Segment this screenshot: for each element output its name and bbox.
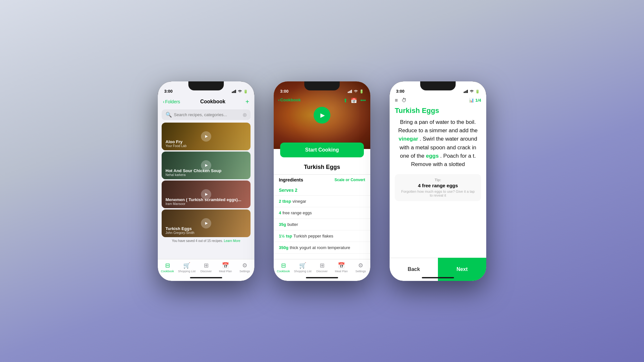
tab-cookbook-2[interactable]: ⊟ Cookbook	[274, 262, 293, 273]
cooking-step-text: Bring a pan of water to the boil. Reduce…	[390, 118, 486, 169]
tooltip-label: Tip:	[399, 178, 477, 182]
svg-rect-4	[348, 92, 349, 93]
highlight-eggs[interactable]: eggs	[426, 153, 439, 159]
hero-play-button[interactable]	[314, 107, 330, 124]
tab-settings[interactable]: ⚙ Settings	[235, 262, 254, 273]
share-button[interactable]: ⬆	[343, 97, 347, 104]
tooltip-tip: Forgotten how much eggs to use? Give it …	[399, 190, 477, 197]
cookbook-tab-icon: ⊟	[165, 262, 170, 269]
svg-rect-5	[349, 91, 350, 93]
signal-icon	[232, 90, 236, 93]
nav-bar-1: ‹ Folders Cookbook +	[158, 96, 254, 108]
tab-settings-2[interactable]: ⚙ Settings	[351, 262, 370, 273]
home-indicator-1	[190, 277, 222, 278]
shopping-tab-icon-2: 🛒	[299, 262, 306, 269]
shopping-tab-icon: 🛒	[183, 262, 190, 269]
mealplan-tab-icon: 📅	[222, 262, 229, 269]
home-indicator-2	[306, 277, 338, 278]
phone-recipe-detail: 3:00 🔋 ‹ Cookbook ⬆ 📅 •••	[274, 81, 370, 281]
recipe-card-turkish[interactable]: Turkish Eggs John Gregory-Smith	[162, 209, 251, 237]
waveform-icon: 📊	[469, 98, 474, 103]
notch-3	[420, 81, 456, 90]
signal-icon-2	[348, 90, 352, 93]
recipe-title-turkish: Turkish Eggs	[166, 226, 194, 231]
cookbook-tab-label: Cookbook	[161, 270, 174, 273]
tab-shopping-list-2[interactable]: 🛒 Shopping List	[293, 262, 312, 273]
home-indicator-3	[422, 277, 454, 278]
tab-meal-plan-2[interactable]: 📅 Meal Plan	[332, 262, 351, 273]
ingredients-toggle-icon[interactable]: ≡	[395, 97, 398, 103]
svg-rect-3	[235, 90, 236, 93]
notch	[188, 81, 224, 90]
play-button-aloo[interactable]	[201, 131, 211, 142]
signal-icon-3	[464, 90, 468, 93]
svg-rect-2	[234, 90, 235, 93]
learn-more-link[interactable]: Learn More	[224, 239, 240, 243]
time-2: 3:00	[280, 89, 289, 94]
cooking-topbar: ≡ ⏱ 📊 1/4	[390, 96, 486, 105]
play-button-turkish[interactable]	[201, 218, 211, 228]
hero-back-button[interactable]: ‹ Cookbook	[278, 97, 301, 102]
notch-2	[304, 81, 340, 90]
settings-tab-icon: ⚙	[242, 262, 247, 269]
discover-tab-label: Discover	[200, 270, 212, 273]
hero-actions: ⬆ 📅 •••	[343, 97, 366, 104]
battery-icon: 🔋	[243, 89, 248, 94]
ingredients-header: Ingredients Scale or Convert	[274, 174, 370, 185]
tooltip-ingredient: 4 free range eggs	[399, 183, 477, 188]
recipe-info-chicken: Hot And Sour Chicken Soup Nehal karkera	[166, 168, 222, 177]
svg-rect-9	[465, 91, 466, 93]
time-3: 3:00	[396, 89, 404, 94]
chevron-left-icon: ‹	[163, 99, 165, 104]
time-1: 3:00	[164, 89, 173, 94]
scale-convert-link[interactable]: Scale or Convert	[335, 178, 365, 182]
ingredient-butter: 35gbutter	[274, 219, 370, 230]
tab-discover-2[interactable]: ⊞ Discover	[312, 262, 332, 273]
recipe-author-menemen: Iram Mansoor	[166, 202, 241, 206]
settings-tab-label: Settings	[240, 270, 250, 273]
more-button[interactable]: •••	[360, 97, 366, 104]
svg-rect-7	[351, 90, 352, 93]
tooltip-card[interactable]: Tip: 4 free range eggs Forgotten how muc…	[395, 174, 481, 201]
recipe-info-aloo: Aloo Fry Your Food Lab	[166, 139, 186, 148]
tab-discover[interactable]: ⊞ Discover	[196, 262, 216, 273]
svg-rect-10	[466, 90, 467, 93]
timer-icon[interactable]: ⏱	[402, 97, 407, 103]
status-icons-3: 🔋	[464, 89, 480, 94]
serves-row: Serves 2	[274, 185, 370, 196]
recipe-card-aloo[interactable]: Aloo Fry Your Food Lab	[162, 123, 251, 150]
recipe-info-turkish: Turkish Eggs John Gregory-Smith	[166, 226, 194, 235]
recipe-info-menemen: Menemen ( Turkish scrambled eggs)... Ira…	[166, 197, 241, 206]
folders-back-button[interactable]: ‹ Folders	[163, 99, 180, 104]
recipe-card-chicken[interactable]: Hot And Sour Chicken Soup Nehal karkera	[162, 152, 251, 179]
calendar-button[interactable]: 📅	[351, 97, 357, 104]
cookbook-tab-icon-2: ⊟	[281, 262, 286, 269]
mealplan-tab-icon-2: 📅	[338, 262, 345, 269]
recipe-hero: 3:00 🔋 ‹ Cookbook ⬆ 📅 •••	[274, 81, 370, 149]
start-cooking-button[interactable]: Start Cooking	[280, 143, 364, 157]
search-bar[interactable]: 🔍 ◎	[162, 109, 251, 120]
cooking-recipe-title: Turkish Eggs	[390, 105, 486, 118]
ingredient-vinegar: 2 tbspvinegar	[274, 196, 370, 207]
battery-icon-2: 🔋	[359, 89, 364, 94]
recipe-title-aloo: Aloo Fry	[166, 139, 186, 144]
recipe-card-menemen[interactable]: Menemen ( Turkish scrambled eggs)... Ira…	[162, 181, 251, 208]
ingredient-pepper-flakes: 1½ tspTurkish pepper flakes	[274, 230, 370, 242]
wifi-icon-3	[469, 90, 474, 93]
tab-cookbook[interactable]: ⊟ Cookbook	[158, 262, 177, 273]
cooking-topbar-left: ≡ ⏱	[395, 97, 407, 103]
highlight-vinegar[interactable]: vinegar	[399, 136, 418, 142]
cookbook-title: Cookbook	[200, 99, 225, 105]
scan-icon: ◎	[243, 112, 247, 117]
svg-rect-6	[350, 90, 351, 93]
recipe-list: Aloo Fry Your Food Lab Hot And Sour Chic…	[158, 123, 254, 237]
tab-shopping-list[interactable]: 🛒 Shopping List	[177, 262, 196, 273]
wifi-icon-2	[354, 90, 358, 93]
search-input[interactable]	[174, 112, 241, 117]
add-button[interactable]: +	[245, 98, 249, 106]
discover-tab-icon: ⊞	[204, 262, 209, 269]
tab-meal-plan[interactable]: 📅 Meal Plan	[216, 262, 235, 273]
discover-tab-label-2: Discover	[316, 270, 327, 273]
ingredient-yogurt: 350gthick yogurt at room temperature	[274, 242, 370, 254]
ingredients-label: Ingredients	[279, 177, 303, 182]
